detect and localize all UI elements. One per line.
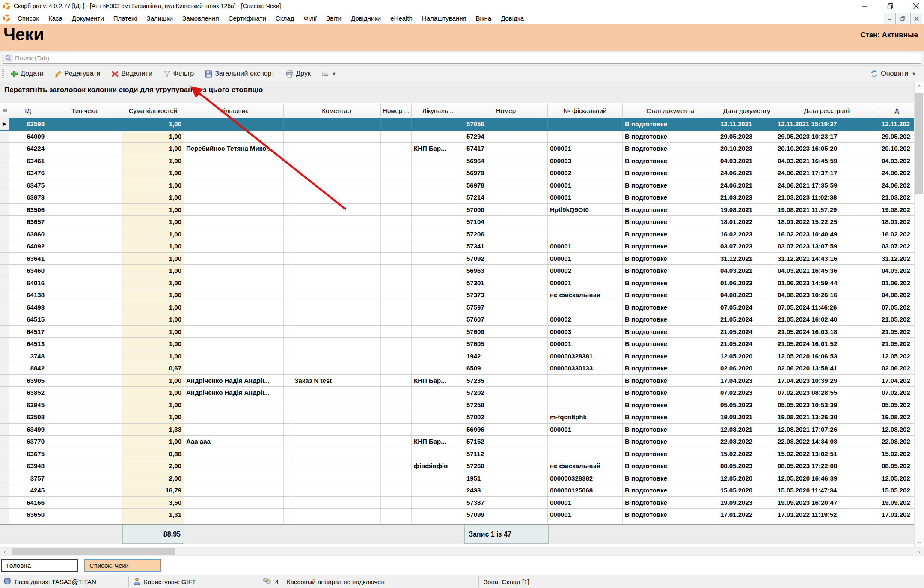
menu-item-документи[interactable]: Документи [67,13,109,23]
table-row[interactable]: 636571,0057104В подготовке18.01.202218.0… [0,216,915,228]
tab-список-чеки[interactable]: Список: Чеки [84,559,161,572]
mdi-restore-icon[interactable] [897,13,909,24]
table-row[interactable]: 634761,0056979000002В подготовке24.06.20… [0,167,915,179]
table-row[interactable]: 645171,0057609000003В подготовке21.05.20… [0,326,915,338]
column-header-ind[interactable] [0,103,9,118]
table-row[interactable]: 634611,0056964000003В подготовке04.03.20… [0,155,915,167]
table-row[interactable]: ▶635981,0057056В подготовке12.11.202112.… [0,118,915,131]
column-header-likuv[interactable]: Лікуваль... [412,103,464,118]
chevron-down-icon[interactable]: ▼ [912,71,916,76]
menu-item-каса[interactable]: Каса [44,13,67,23]
загальний-експорт-button[interactable]: Загальний експорт [202,68,278,79]
close-icon[interactable] [911,1,921,11]
menu-item-склад[interactable]: Склад [271,13,299,23]
menu-item-ehealth[interactable]: eHealth [386,13,417,23]
table-row[interactable]: 640091,0057294В подготовке29.05.202329.0… [0,131,915,143]
table-row[interactable]: 638521,00Андріченко Надія Андрії...57202… [0,387,915,399]
table-row[interactable]: 636411,0057092000001В подготовке31.12.20… [0,253,915,265]
table-row[interactable]: 634601,0056963000002В подготовке04.03.20… [0,265,915,277]
table-row[interactable]: 639451,0057258В подготовке05.05.202305.0… [0,399,915,412]
menu-item-філії[interactable]: Філії [299,13,321,23]
column-header-type[interactable]: Тип чека [47,103,122,118]
menu-item-платежі[interactable]: Платежі [109,13,142,23]
menu-item-залишки[interactable]: Залишки [142,13,178,23]
table-row[interactable]: 641381,0057373не фискальныйВ подготовке0… [0,289,915,301]
vertical-scrollbar[interactable]: ⌃ ⌄ [914,81,924,547]
table-row[interactable]: 642241,00Перебийнос Тетяна Мико...КНП Ба… [0,143,915,155]
column-header-stan[interactable]: Стан документа [623,103,718,118]
table-row[interactable]: 634991,3356996000001В подготовке12.08.20… [0,424,915,436]
menu-item-сертифікати[interactable]: Сертифікати [224,13,271,23]
menu-item-налаштування[interactable]: Налаштування [417,13,471,23]
menu-item-вікна[interactable]: Вікна [471,13,496,23]
mdi-minimize-icon[interactable] [884,13,896,24]
cell-pilg: Перебийнос Тетяна Мико... [184,143,284,155]
toolbar-drag-handle[interactable] [1,68,5,79]
menu-item-список[interactable]: Список [13,13,44,23]
table-row[interactable]: 638731,0057214000001В подготовке21.03.20… [0,191,915,204]
table-row[interactable]: 634751,0056978000001В подготовке24.06.20… [0,179,915,192]
cell-dreg: 04.03.2021 16:45:36 [775,265,879,277]
cell-dreg: 18.01.2022 15:22:25 [775,216,879,228]
menu-item-довідники[interactable]: Довідники [346,13,386,23]
search-input[interactable] [14,53,915,63]
table-row[interactable]: 640921,0057341000001В подготовке03.07.20… [0,240,915,253]
table-row[interactable]: 645131,0057605000001В подготовке21.05.20… [0,338,915,350]
додати-button[interactable]: Додати [7,68,47,79]
фільтр-button[interactable]: Фільтр [160,68,197,79]
chevron-down-icon[interactable]: ▼ [332,71,336,76]
column-header-ddoc[interactable]: Дата документу [718,103,775,118]
table-row[interactable]: 640161,0057301000001В подготовке01.06.20… [0,277,915,290]
vertical-scroll-thumb[interactable] [915,93,923,194]
column-header-id[interactable]: ІД [9,103,47,118]
table-row[interactable]: 641663,5057387000001В подготовке19.09.20… [0,497,915,509]
cell-id: 64092 [9,240,47,253]
minimize-icon[interactable] [860,1,869,11]
видалити-button[interactable]: Видалити [108,68,155,79]
table-row[interactable]: 645151,0057607000002В подготовке21.05.20… [0,313,915,326]
table-row[interactable]: 638601,0057206В подготовке16.02.202316.0… [0,228,915,241]
restore-icon[interactable] [885,1,895,11]
refresh-button[interactable]: Оновити ▼ [867,68,920,79]
horizontal-scroll-thumb[interactable] [12,548,175,555]
columns-button[interactable]: ▼ [318,69,340,79]
table-row[interactable]: 644931,0057597В подготовке07.05.202407.0… [0,301,915,314]
column-header-sum[interactable]: Сума кількостей [122,103,184,118]
cell-d3: 12.05.202 [879,350,915,363]
table-row[interactable]: 636501,3157099000001В подготовке17.01.20… [0,509,915,521]
cell-likuv [412,155,464,167]
друк-button[interactable]: Друк [282,68,315,79]
refresh-label: Оновити [881,70,908,78]
grid-summary-row: 88,95 Запис 1 із 47 [0,524,915,544]
table-row[interactable]: 639051,00Андріченко Надія Андрії...Заказ… [0,375,915,387]
column-header-d3[interactable]: Д [879,103,915,118]
table-row[interactable]: 636750,8057112В подготовке15.02.202215.0… [0,448,915,460]
table-row[interactable]: 637701,00Ааа аааКНП Бар...57152В подгото… [0,436,915,448]
horizontal-scrollbar[interactable]: ‹ › [0,547,924,556]
table-row[interactable]: 635061,0057000Hptl9kQ9Ot0В подготовке19.… [0,204,915,216]
menu-item-довідка[interactable]: Довідка [496,13,529,23]
menu-item-звіти[interactable]: Звіти [321,13,346,23]
column-header-nomer[interactable]: Номер [464,103,548,118]
scroll-left-icon[interactable]: ‹ [0,547,9,556]
column-header-pilg[interactable]: Пільговик [184,103,284,118]
table-row[interactable]: 37481,001942000000328381В подготовке12.0… [0,350,915,363]
column-header-koment[interactable]: Коментар [292,103,381,118]
tab-головна[interactable]: Головна [1,559,78,572]
редагувати-button[interactable]: Редагувати [51,68,104,79]
cell-sum: 1,00 [122,326,184,338]
column-header-dreg[interactable]: Дата реєстрації [775,103,879,118]
table-row[interactable]: 639482,00фівфівфів57260не фискальныйВ по… [0,460,915,472]
scroll-down-icon[interactable]: ⌄ [915,537,924,546]
scroll-up-icon[interactable]: ⌃ [915,82,924,92]
column-header-nomer_s[interactable]: Номер ... [381,103,412,118]
mdi-close-icon[interactable] [910,13,922,24]
menu-item-замовлення[interactable]: Замовлення [178,13,223,23]
table-row[interactable]: 635081,0057002m-fqcnItphkВ подготовке19.… [0,411,915,424]
column-header-gap[interactable] [284,103,292,118]
table-row[interactable]: 37572,001951000000328382В подготовке12.0… [0,472,915,485]
scroll-right-icon[interactable]: › [915,547,924,556]
table-row[interactable]: 88420,676509000000330133В подготовке02.0… [0,362,915,375]
column-header-fiscal[interactable]: № фіскальний [548,103,623,118]
table-row[interactable]: 424516,792433000000125068В подготовке15.… [0,484,915,497]
